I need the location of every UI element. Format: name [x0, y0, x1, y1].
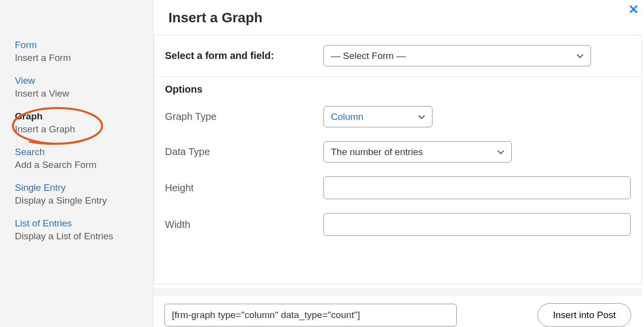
graph-type-wrap: Column	[323, 106, 432, 127]
row-select-form: Select a form and field: — Select Form —	[154, 35, 642, 77]
height-label: Height	[165, 182, 323, 194]
sidebar-item-subtitle: Insert a View	[15, 88, 153, 99]
sidebar-item-list-of-entries[interactable]: List of Entries Display a List of Entrie…	[15, 218, 153, 242]
sidebar-item-title: View	[15, 75, 153, 86]
panel-divider	[154, 288, 642, 296]
insert-into-post-button[interactable]: Insert into Post	[537, 303, 631, 327]
data-type-wrap: The number of entries	[323, 141, 512, 163]
row-height: Height	[154, 169, 642, 206]
height-input[interactable]	[323, 176, 631, 199]
data-type-dropdown[interactable]: The number of entries	[323, 141, 512, 163]
main-header: Insert a Graph	[154, 0, 644, 35]
sidebar-item-subtitle: Display a Single Entry	[15, 195, 153, 206]
select-form-label: Select a form and field:	[165, 50, 323, 61]
row-graph-type: Graph Type Column	[154, 99, 642, 134]
sidebar-item-title: Form	[15, 40, 153, 51]
width-label: Width	[165, 219, 323, 230]
sidebar-item-search[interactable]: Search Add a Search Form	[15, 147, 153, 170]
sidebar-item-title: Single Entry	[15, 182, 153, 193]
sidebar-item-subtitle: Insert a Form	[15, 53, 153, 63]
select-form-dropdown[interactable]: — Select Form —	[323, 45, 591, 66]
graph-type-label: Graph Type	[165, 111, 323, 122]
row-width: Width	[154, 206, 642, 243]
page-title: Insert a Graph	[168, 10, 634, 26]
sidebar-item-title: List of Entries	[15, 218, 153, 229]
sidebar-item-title: Search	[15, 147, 153, 158]
shortcode-input[interactable]	[164, 304, 457, 327]
sidebar-item-view[interactable]: View Insert a View	[15, 75, 153, 99]
data-type-label: Data Type	[165, 146, 323, 158]
row-data-type: Data Type The number of entries	[154, 134, 642, 169]
sidebar-item-subtitle: Insert a Graph	[15, 124, 153, 135]
main: ✕ Insert a Graph Select a form and field…	[154, 0, 644, 327]
sidebar: Form Insert a Form View Insert a View Gr…	[0, 0, 154, 327]
sidebar-item-title: Graph	[15, 111, 153, 122]
select-form-wrap: — Select Form —	[323, 45, 591, 66]
sidebar-item-subtitle: Add a Search Form	[15, 160, 153, 170]
options-heading: Options	[154, 77, 642, 99]
close-button[interactable]: ✕	[627, 3, 640, 16]
graph-type-dropdown[interactable]: Column	[323, 106, 432, 127]
sidebar-item-graph[interactable]: Graph Insert a Graph	[15, 111, 153, 135]
footer: Insert into Post	[154, 296, 642, 327]
sidebar-item-subtitle: Display a List of Entries	[15, 231, 153, 242]
width-input[interactable]	[323, 213, 631, 236]
sidebar-item-form[interactable]: Form Insert a Form	[15, 40, 153, 63]
sidebar-item-single-entry[interactable]: Single Entry Display a Single Entry	[15, 182, 153, 206]
options-block: Graph Type Column Data Type The number o…	[154, 99, 642, 251]
close-icon: ✕	[628, 2, 639, 17]
options-panel: Select a form and field: — Select Form —…	[154, 35, 642, 284]
